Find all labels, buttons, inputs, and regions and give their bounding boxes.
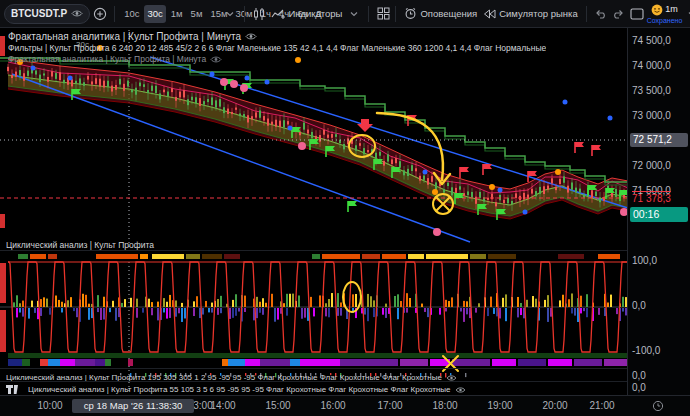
- alarm-clock-icon: [404, 7, 417, 20]
- plus-circle-icon: [93, 7, 107, 21]
- toolbar-separator: [114, 6, 115, 22]
- time-tick: 17:00: [377, 400, 402, 411]
- eye-icon[interactable]: [210, 55, 222, 64]
- current-time-badge: ср 18 Мар '26 11:38:30: [72, 399, 194, 413]
- candlestick-icon: [252, 7, 266, 21]
- eye-icon: [71, 9, 83, 18]
- price-axis-label: 72 000,0: [632, 160, 671, 172]
- toolbar-left-group: BTCUSDT.P 10с30с1м5м15м30м1ч4ч6чД Индика…: [4, 4, 391, 24]
- price-axis-label: 100,0: [632, 255, 657, 267]
- grid-icon: [377, 7, 390, 20]
- time-axis[interactable]: ср 18 Мар '26 11:38:30 10:003:0014:0015:…: [0, 395, 690, 416]
- time-tick: 15:00: [265, 400, 290, 411]
- price-axis-label: 74 000,0: [632, 60, 671, 72]
- grid-layout-button[interactable]: [375, 4, 391, 24]
- tradingview-logo[interactable]: [5, 381, 22, 399]
- price-axis-label: 73 000,0: [632, 110, 671, 122]
- time-tick: 20:00: [542, 400, 567, 411]
- timeframe-1м[interactable]: 1м: [168, 5, 186, 23]
- toolbar-separator: [244, 6, 245, 22]
- legend-filters[interactable]: Фильтры | Культ Профита 6 240 20 12 485 …: [8, 43, 546, 53]
- price-axis-label: 74 500,0: [632, 35, 671, 47]
- timeframe-group: 10с30с1м5м15м30м1ч4ч6чД: [121, 5, 220, 23]
- alerts-label: Оповещения: [420, 8, 477, 19]
- indicators-icon: [271, 8, 285, 20]
- time-tick: 14:00: [210, 400, 235, 411]
- legend-text: Циклический анализ | Культ Профита 55 10…: [28, 385, 451, 394]
- symbol-label: BTCUSDT.P: [11, 8, 67, 19]
- market-simulator-button[interactable]: Симулятор рынка: [481, 4, 580, 24]
- symbol-add-button[interactable]: [92, 4, 108, 24]
- symbol-button[interactable]: BTCUSDT.P: [4, 4, 90, 24]
- toolbar-separator: [586, 6, 587, 22]
- redo-arrow-icon: [612, 9, 625, 19]
- bar-countdown-badge: 00:16: [630, 207, 688, 222]
- timeframe-10с[interactable]: 10с: [121, 5, 142, 23]
- timeframe-5м[interactable]: 5м: [188, 5, 206, 23]
- price-axis-label: 73 500,0: [632, 85, 671, 97]
- legend-text: Фильтры | Культ Профита 6 240 20 12 485 …: [8, 43, 546, 53]
- timeframe-dropdown-button[interactable]: [222, 4, 238, 24]
- layout-dropdown-button[interactable]: [684, 4, 690, 24]
- price-axis[interactable]: 74 500,074 000,073 500,073 000,072 571,2…: [627, 28, 690, 396]
- legend-text: Циклический анализ | Культ Профита: [6, 240, 154, 250]
- price-axis-label: 0,0: [632, 300, 646, 312]
- undo-button[interactable]: [593, 4, 609, 24]
- indicators-button[interactable]: Индикаторы: [269, 4, 344, 24]
- toolbar-right-group: Оповещения Симулятор рынка 1m Со: [391, 4, 686, 24]
- alerts-button[interactable]: Оповещения: [402, 4, 479, 24]
- saved-status: Сохранено: [647, 17, 683, 24]
- time-tick: 10:00: [37, 400, 62, 411]
- price-axis-label: 0,0: [632, 370, 646, 382]
- top-toolbar: BTCUSDT.P 10с30с1м5м15м30м1ч4ч6чД Индика…: [0, 0, 690, 28]
- price-and-oscillator-canvas[interactable]: [0, 28, 628, 396]
- crosshair-price-badge: 72 571,2: [630, 133, 688, 147]
- toolbar-separator: [395, 6, 396, 22]
- redo-button[interactable]: [611, 4, 627, 24]
- toolbar-separator: [368, 6, 369, 22]
- indicators-templates-button[interactable]: [346, 4, 362, 24]
- legend-text: Фрактальная аналитика | Культ Профита | …: [8, 31, 241, 42]
- undo-arrow-icon: [594, 9, 607, 19]
- chevron-down-icon: [350, 11, 358, 17]
- last-price-label: 71 378,3: [632, 193, 671, 205]
- chart-area[interactable]: Фрактальная аналитика | Культ Профита | …: [0, 28, 690, 396]
- time-tick: 16:00: [320, 400, 345, 411]
- pane-separator[interactable]: [0, 381, 690, 382]
- simulator-label: Симулятор рынка: [499, 8, 578, 19]
- layout-rect-icon: [630, 8, 644, 20]
- smiley-icon: [651, 4, 663, 16]
- timeframe-30с[interactable]: 30с: [144, 5, 165, 23]
- legend-cyclic-analysis[interactable]: Циклический анализ | Культ Профита: [6, 240, 154, 250]
- eye-icon[interactable]: [455, 386, 466, 394]
- eye-icon[interactable]: [245, 32, 257, 41]
- legend-fractal-analytics[interactable]: Фрактальная аналитика | Культ Профита | …: [8, 31, 257, 42]
- pane-separator[interactable]: [0, 250, 690, 251]
- time-tick: 18:00: [432, 400, 457, 411]
- legend-cyclic-row-2[interactable]: Циклический анализ | Культ Профита 55 10…: [28, 385, 466, 394]
- time-tick: 19:00: [487, 400, 512, 411]
- chart-style-button[interactable]: [251, 4, 267, 24]
- rewind-icon: [483, 9, 496, 19]
- chevron-down-icon: [226, 11, 234, 17]
- legend-fractal-analytics-2[interactable]: Фрактальная аналитика | Культ Профита | …: [8, 54, 222, 64]
- trading-app-window: BTCUSDT.P 10с30с1м5м15м30м1ч4ч6чД Индика…: [0, 0, 690, 416]
- timezone-clock-icon[interactable]: [652, 400, 664, 412]
- time-tick: 21:00: [589, 400, 614, 411]
- price-axis-label: -100,0: [632, 345, 660, 357]
- indicators-label: Индикаторы: [288, 8, 342, 19]
- pane-separator[interactable]: [0, 368, 690, 369]
- layout-name: 1m: [665, 5, 678, 14]
- legend-text: Фрактальная аналитика | Культ Профита | …: [8, 54, 206, 64]
- layout-save-menu[interactable]: 1m Сохранено: [647, 4, 683, 24]
- price-axis-label: 0,0: [632, 382, 646, 394]
- layout-panel-button[interactable]: [629, 4, 645, 24]
